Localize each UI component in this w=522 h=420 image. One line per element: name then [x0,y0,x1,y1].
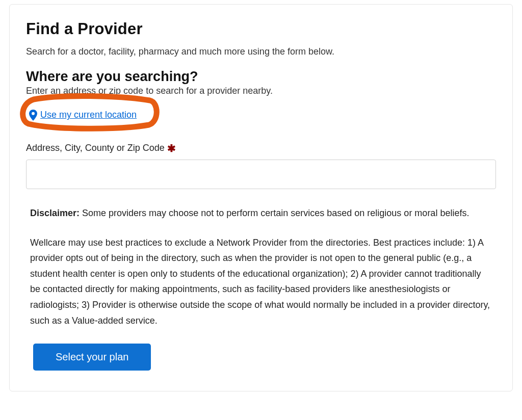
location-section-hint: Enter an address or zip code to search f… [26,86,496,96]
page-title: Find a Provider [26,20,496,38]
disclaimer-label: Disclaimer: [30,208,80,218]
required-asterisk-icon: ✱ [167,142,176,154]
address-label-text: Address, City, County or Zip Code [26,142,165,152]
disclaimer-block: Disclaimer: Some providers may choose no… [26,206,496,371]
use-location-wrap: Use my current location [23,106,140,125]
location-section-title: Where are you searching? [26,69,496,85]
disclaimer-text-1: Some providers may choose not to perform… [80,208,469,218]
location-pin-icon [29,110,37,121]
use-current-location-label: Use my current location [40,110,137,120]
disclaimer-paragraph-2: Wellcare may use best practices to exclu… [30,235,492,329]
find-provider-card: Find a Provider Search for a doctor, fac… [9,4,513,391]
page-subtitle: Search for a doctor, facility, pharmacy … [26,46,496,57]
select-plan-button[interactable]: Select your plan [33,344,151,371]
svg-point-0 [32,112,35,115]
use-current-location-link[interactable]: Use my current location [23,106,140,125]
disclaimer-paragraph-1: Disclaimer: Some providers may choose no… [30,206,492,221]
address-input[interactable] [26,160,496,189]
address-field-label: Address, City, County or Zip Code ✱ [26,142,496,154]
